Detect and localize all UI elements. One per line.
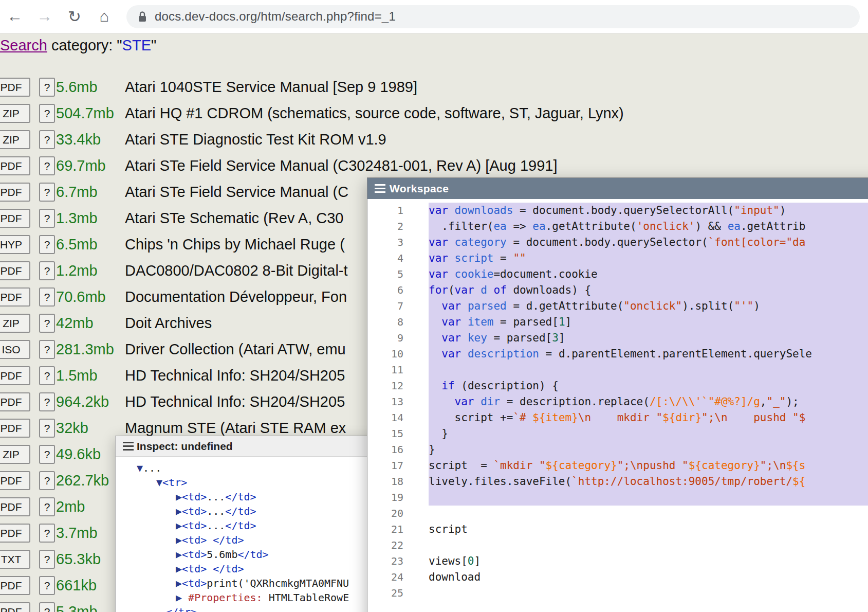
file-info-button[interactable]: ? — [39, 602, 55, 612]
code-line: 14 script +=`# ${item}\n mkdir "${dir}";… — [367, 410, 868, 426]
code-text[interactable]: var item = parsed[1] — [429, 314, 868, 330]
code-text[interactable]: script +=`# ${item}\n mkdir "${dir}";\n … — [429, 410, 868, 426]
file-info-button[interactable]: ? — [39, 130, 55, 149]
file-type-button[interactable]: PDF — [0, 183, 30, 202]
file-info-button[interactable]: ? — [39, 524, 55, 543]
file-type-button[interactable]: TXT — [0, 550, 30, 569]
code-text[interactable]: if (description) { — [429, 378, 868, 394]
file-info-button[interactable]: ? — [39, 235, 55, 254]
code-text[interactable]: var cookie=document.cookie — [429, 266, 868, 282]
code-text[interactable]: .filter(ea => ea.getAttribute('onclick')… — [429, 219, 868, 235]
line-number: 14 — [367, 410, 412, 426]
file-type-button[interactable]: PDF — [0, 209, 30, 228]
tree-node[interactable]: ▶<td> </td> — [116, 533, 402, 547]
file-info-button[interactable]: ? — [39, 104, 55, 123]
code-text[interactable]: var script = "" — [429, 250, 868, 266]
file-title: HD Technical Info: SH204/SH205 — [125, 393, 345, 410]
code-line: 9 var key = parsed[3] — [367, 330, 868, 346]
file-type-button[interactable]: ZIP — [0, 314, 30, 333]
code-text[interactable] — [429, 490, 868, 506]
file-type-button[interactable]: PDF — [0, 497, 30, 516]
file-info-button[interactable]: ? — [39, 550, 55, 569]
file-info-button[interactable]: ? — [39, 156, 55, 175]
tree-node[interactable]: ▼... — [116, 461, 402, 475]
file-type-button[interactable]: PDF — [0, 366, 30, 385]
code-text[interactable]: } — [429, 442, 868, 458]
file-type-button[interactable]: ZIP — [0, 130, 30, 149]
file-type-button[interactable]: PDF — [0, 471, 30, 490]
inspect-titlebar[interactable]: Inspect: undefined — [116, 436, 402, 457]
back-button[interactable]: ← — [0, 7, 30, 26]
code-text[interactable] — [429, 506, 868, 521]
file-size: 42mb — [56, 315, 125, 332]
file-info-button[interactable]: ? — [39, 471, 55, 490]
code-text[interactable]: } — [429, 426, 868, 442]
refresh-button[interactable]: ↻ — [60, 7, 89, 26]
code-text[interactable]: download — [429, 569, 868, 585]
file-type-button[interactable]: ZIP — [0, 104, 30, 123]
code-text[interactable]: script = `mkdir "${category}";\npushd "$… — [429, 458, 868, 474]
tree-node[interactable]: ▶<td>5.6mb</td> — [116, 547, 402, 562]
code-text[interactable] — [429, 585, 868, 601]
file-title: Magnum STE (Atari STE RAM ex — [125, 420, 346, 437]
workspace-window: Workspace 1var downloads = document.body… — [367, 177, 868, 612]
file-size: 1.2mb — [56, 262, 125, 279]
tree-node[interactable]: ▶<td>print('QXRhcmkgMTA0MFNU — [116, 576, 402, 590]
file-type-button[interactable]: PDF — [0, 78, 30, 97]
file-info-button[interactable]: ? — [39, 419, 55, 438]
code-text[interactable] — [429, 537, 868, 553]
file-info-button[interactable]: ? — [39, 183, 55, 202]
tree-node[interactable]: ▶<td>...</td> — [116, 518, 402, 533]
browser-toolbar: ← → ↻ ⌂ docs.dev-docs.org/htm/search.php… — [0, 0, 868, 33]
forward-button[interactable]: → — [30, 7, 60, 26]
tree-node[interactable]: </tr> — [116, 605, 402, 612]
file-info-button[interactable]: ? — [39, 314, 55, 333]
file-type-button[interactable]: PDF — [0, 261, 30, 280]
code-text[interactable]: views[0] — [429, 553, 868, 569]
code-text[interactable] — [429, 362, 868, 378]
workspace-titlebar[interactable]: Workspace — [367, 178, 868, 199]
code-text[interactable]: script — [429, 521, 868, 537]
address-bar[interactable]: docs.dev-docs.org/htm/search.php?find=_1 — [126, 5, 860, 28]
tree-node[interactable]: ▼<tr> — [116, 475, 402, 490]
file-type-button[interactable]: PDF — [0, 524, 30, 543]
tree-node[interactable]: ▶<td>...</td> — [116, 490, 402, 504]
tree-node[interactable]: ▶ #Properties: HTMLTableRowE — [116, 590, 402, 605]
code-text[interactable]: var key = parsed[3] — [429, 330, 868, 346]
line-number: 22 — [367, 537, 412, 553]
file-info-button[interactable]: ? — [39, 209, 55, 228]
file-info-button[interactable]: ? — [39, 340, 55, 359]
code-text[interactable]: var category = document.body.querySelect… — [429, 235, 868, 250]
code-text[interactable]: var description = d.parentElement.parent… — [429, 346, 868, 362]
tree-node[interactable]: ▶<td>...</td> — [116, 504, 402, 518]
tree-node[interactable]: ▶<td> </td> — [116, 562, 402, 576]
code-text[interactable]: var downloads = document.body.querySelec… — [429, 203, 868, 219]
file-type-button[interactable]: PDF — [0, 156, 30, 175]
line-number: 15 — [367, 426, 412, 442]
file-type-button[interactable]: PDF — [0, 287, 30, 307]
file-type-button[interactable]: PDF — [0, 576, 30, 595]
file-type-button[interactable]: PDF — [0, 419, 30, 438]
search-link[interactable]: Search — [0, 37, 47, 53]
code-text[interactable]: var dir = description.replace(/[:\/\\'`"… — [429, 394, 868, 410]
file-type-button[interactable]: ZIP — [0, 445, 30, 464]
file-info-button[interactable]: ? — [39, 78, 55, 97]
file-info-button[interactable]: ? — [39, 445, 55, 464]
file-type-button[interactable]: PDF — [0, 392, 30, 411]
file-type-button[interactable]: HYP — [0, 235, 30, 254]
file-info-button[interactable]: ? — [39, 261, 55, 280]
inspect-menu-icon[interactable] — [116, 445, 134, 447]
file-info-button[interactable]: ? — [39, 392, 55, 411]
file-info-button[interactable]: ? — [39, 287, 55, 307]
file-info-button[interactable]: ? — [39, 576, 55, 595]
code-text[interactable]: lively.files.saveFile(`http://localhost:… — [429, 474, 868, 490]
workspace-menu-icon[interactable] — [367, 188, 385, 189]
file-size: 1.5mb — [56, 367, 125, 384]
file-info-button[interactable]: ? — [39, 497, 55, 516]
file-info-button[interactable]: ? — [39, 366, 55, 385]
home-button[interactable]: ⌂ — [89, 7, 119, 26]
code-text[interactable]: for(var d of downloads) { — [429, 282, 868, 298]
file-type-button[interactable]: PDF — [0, 602, 30, 612]
code-text[interactable]: var parsed = d.getAttribute("onclick").s… — [429, 298, 868, 314]
file-type-button[interactable]: ISO — [0, 340, 30, 359]
